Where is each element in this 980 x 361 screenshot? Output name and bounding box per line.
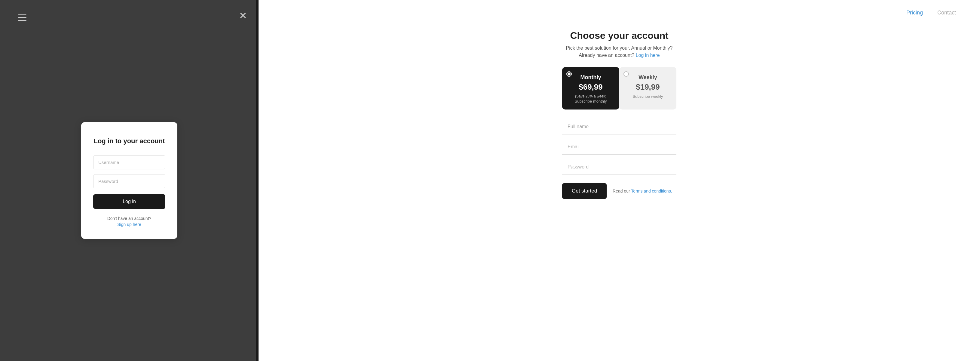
terms-text: Read our Terms and conditions. — [612, 188, 672, 193]
choose-account-section: Choose your account Pick the best soluti… — [562, 30, 676, 199]
monthly-subscribe: Subscribe monthly — [568, 99, 613, 104]
right-panel: Pricing Contact Choose your account Pick… — [259, 0, 980, 361]
pricing-options: Monthly $69,99 (Save 25% a week) Subscri… — [562, 67, 676, 110]
choose-title: Choose your account — [562, 30, 676, 41]
email-input[interactable] — [562, 139, 676, 155]
weekly-price: $19,99 — [625, 82, 670, 92]
monthly-label: Monthly — [568, 74, 613, 81]
password-input[interactable] — [93, 174, 165, 188]
top-nav: Pricing Contact — [882, 0, 980, 26]
monthly-price: $69,99 — [568, 82, 613, 92]
weekly-plan-card[interactable]: Weekly $19,99 Subscribe weekly — [619, 67, 676, 110]
vertical-divider — [256, 0, 259, 361]
fullname-input[interactable] — [562, 119, 676, 134]
username-input[interactable] — [93, 155, 165, 169]
login-title: Log in to your account — [93, 137, 165, 145]
login-here-link[interactable]: Log in here — [636, 53, 660, 58]
monthly-radio[interactable] — [566, 71, 572, 77]
signup-form: Get started Read our Terms and condition… — [562, 119, 676, 199]
login-card: Log in to your account Log in Don't have… — [81, 122, 177, 239]
signup-password-input[interactable] — [562, 160, 676, 175]
signup-link[interactable]: Sign up here — [93, 222, 165, 227]
nav-pricing-link[interactable]: Pricing — [906, 10, 923, 16]
already-account-text: Already have an account? Log in here — [562, 53, 676, 58]
weekly-label: Weekly — [625, 74, 670, 81]
login-button[interactable]: Log in — [93, 194, 165, 209]
hamburger-icon[interactable] — [18, 14, 27, 21]
nav-contact-link[interactable]: Contact — [937, 10, 956, 16]
close-icon[interactable]: ✕ — [237, 10, 249, 22]
no-account-text: Don't have an account? — [93, 216, 165, 221]
weekly-subscribe: Subscribe weekly — [625, 94, 670, 99]
monthly-save: (Save 25% a week) — [568, 94, 613, 98]
get-started-row: Get started Read our Terms and condition… — [562, 183, 676, 199]
terms-link[interactable]: Terms and conditions. — [631, 188, 672, 193]
monthly-plan-card[interactable]: Monthly $69,99 (Save 25% a week) Subscri… — [562, 67, 619, 110]
choose-subtitle: Pick the best solution for your, Annual … — [562, 45, 676, 51]
weekly-radio[interactable] — [624, 71, 629, 77]
get-started-button[interactable]: Get started — [562, 183, 607, 199]
left-panel: ✕ Log in to your account Log in Don't ha… — [0, 0, 259, 361]
